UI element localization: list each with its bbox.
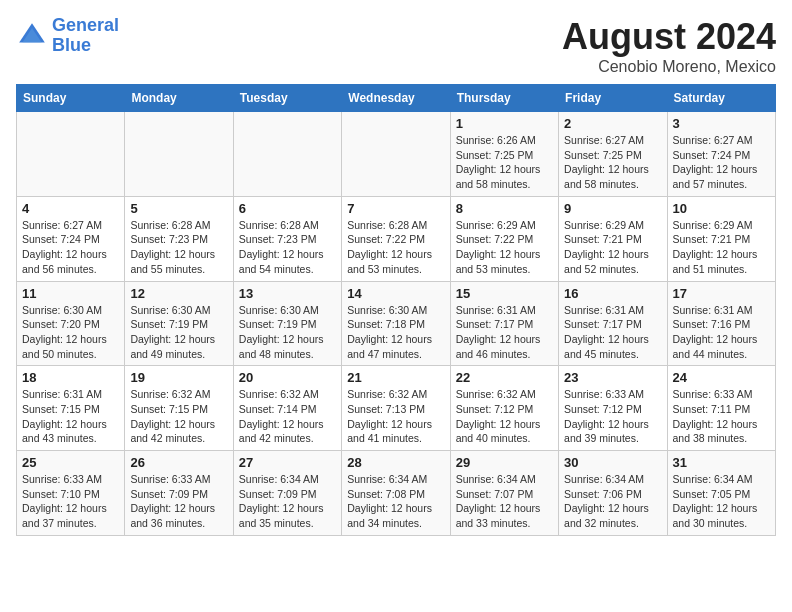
day-info: Sunrise: 6:29 AMSunset: 7:21 PMDaylight:… [673,218,770,277]
day-info: Sunrise: 6:33 AMSunset: 7:11 PMDaylight:… [673,387,770,446]
day-info: Sunrise: 6:29 AMSunset: 7:22 PMDaylight:… [456,218,553,277]
logo-blue: Blue [52,35,91,55]
day-info: Sunrise: 6:33 AMSunset: 7:09 PMDaylight:… [130,472,227,531]
page-subtitle: Cenobio Moreno, Mexico [562,58,776,76]
day-info: Sunrise: 6:27 AMSunset: 7:25 PMDaylight:… [564,133,661,192]
calendar-cell [125,112,233,197]
day-header-friday: Friday [559,85,667,112]
day-info: Sunrise: 6:28 AMSunset: 7:23 PMDaylight:… [239,218,336,277]
day-number: 1 [456,116,553,131]
calendar-cell: 31Sunrise: 6:34 AMSunset: 7:05 PMDayligh… [667,451,775,536]
day-number: 20 [239,370,336,385]
title-block: August 2024 Cenobio Moreno, Mexico [562,16,776,76]
day-info: Sunrise: 6:32 AMSunset: 7:13 PMDaylight:… [347,387,444,446]
calendar-body: 1Sunrise: 6:26 AMSunset: 7:25 PMDaylight… [17,112,776,536]
day-info: Sunrise: 6:32 AMSunset: 7:15 PMDaylight:… [130,387,227,446]
day-number: 18 [22,370,119,385]
day-info: Sunrise: 6:31 AMSunset: 7:16 PMDaylight:… [673,303,770,362]
calendar-header-row: SundayMondayTuesdayWednesdayThursdayFrid… [17,85,776,112]
calendar-cell: 22Sunrise: 6:32 AMSunset: 7:12 PMDayligh… [450,366,558,451]
day-info: Sunrise: 6:31 AMSunset: 7:17 PMDaylight:… [456,303,553,362]
calendar-cell: 25Sunrise: 6:33 AMSunset: 7:10 PMDayligh… [17,451,125,536]
day-number: 14 [347,286,444,301]
day-number: 8 [456,201,553,216]
calendar-cell: 4Sunrise: 6:27 AMSunset: 7:24 PMDaylight… [17,196,125,281]
calendar-cell: 23Sunrise: 6:33 AMSunset: 7:12 PMDayligh… [559,366,667,451]
calendar-cell: 2Sunrise: 6:27 AMSunset: 7:25 PMDaylight… [559,112,667,197]
day-number: 21 [347,370,444,385]
calendar-cell: 30Sunrise: 6:34 AMSunset: 7:06 PMDayligh… [559,451,667,536]
day-info: Sunrise: 6:30 AMSunset: 7:18 PMDaylight:… [347,303,444,362]
day-info: Sunrise: 6:32 AMSunset: 7:14 PMDaylight:… [239,387,336,446]
day-number: 30 [564,455,661,470]
calendar-cell: 13Sunrise: 6:30 AMSunset: 7:19 PMDayligh… [233,281,341,366]
day-info: Sunrise: 6:30 AMSunset: 7:19 PMDaylight:… [239,303,336,362]
day-number: 7 [347,201,444,216]
day-number: 22 [456,370,553,385]
calendar-cell: 29Sunrise: 6:34 AMSunset: 7:07 PMDayligh… [450,451,558,536]
calendar-week-row: 25Sunrise: 6:33 AMSunset: 7:10 PMDayligh… [17,451,776,536]
calendar-cell: 3Sunrise: 6:27 AMSunset: 7:24 PMDaylight… [667,112,775,197]
day-info: Sunrise: 6:33 AMSunset: 7:10 PMDaylight:… [22,472,119,531]
calendar-cell: 1Sunrise: 6:26 AMSunset: 7:25 PMDaylight… [450,112,558,197]
calendar-cell: 8Sunrise: 6:29 AMSunset: 7:22 PMDaylight… [450,196,558,281]
day-number: 28 [347,455,444,470]
calendar-cell: 21Sunrise: 6:32 AMSunset: 7:13 PMDayligh… [342,366,450,451]
calendar-cell: 5Sunrise: 6:28 AMSunset: 7:23 PMDaylight… [125,196,233,281]
calendar-cell: 6Sunrise: 6:28 AMSunset: 7:23 PMDaylight… [233,196,341,281]
day-info: Sunrise: 6:32 AMSunset: 7:12 PMDaylight:… [456,387,553,446]
day-info: Sunrise: 6:31 AMSunset: 7:15 PMDaylight:… [22,387,119,446]
day-info: Sunrise: 6:27 AMSunset: 7:24 PMDaylight:… [22,218,119,277]
day-info: Sunrise: 6:30 AMSunset: 7:19 PMDaylight:… [130,303,227,362]
calendar-cell: 9Sunrise: 6:29 AMSunset: 7:21 PMDaylight… [559,196,667,281]
day-number: 26 [130,455,227,470]
logo-general: General [52,15,119,35]
day-info: Sunrise: 6:33 AMSunset: 7:12 PMDaylight:… [564,387,661,446]
day-header-saturday: Saturday [667,85,775,112]
day-info: Sunrise: 6:28 AMSunset: 7:22 PMDaylight:… [347,218,444,277]
day-number: 31 [673,455,770,470]
day-header-sunday: Sunday [17,85,125,112]
day-number: 15 [456,286,553,301]
day-number: 27 [239,455,336,470]
day-info: Sunrise: 6:34 AMSunset: 7:07 PMDaylight:… [456,472,553,531]
day-number: 12 [130,286,227,301]
day-number: 29 [456,455,553,470]
calendar-cell [17,112,125,197]
day-number: 13 [239,286,336,301]
day-number: 5 [130,201,227,216]
calendar-cell [233,112,341,197]
calendar-cell: 7Sunrise: 6:28 AMSunset: 7:22 PMDaylight… [342,196,450,281]
calendar-table: SundayMondayTuesdayWednesdayThursdayFrid… [16,84,776,536]
day-number: 2 [564,116,661,131]
day-number: 19 [130,370,227,385]
page-header: General Blue August 2024 Cenobio Moreno,… [16,16,776,76]
day-number: 23 [564,370,661,385]
day-info: Sunrise: 6:34 AMSunset: 7:06 PMDaylight:… [564,472,661,531]
day-number: 6 [239,201,336,216]
calendar-week-row: 4Sunrise: 6:27 AMSunset: 7:24 PMDaylight… [17,196,776,281]
calendar-cell: 24Sunrise: 6:33 AMSunset: 7:11 PMDayligh… [667,366,775,451]
calendar-cell: 10Sunrise: 6:29 AMSunset: 7:21 PMDayligh… [667,196,775,281]
day-number: 11 [22,286,119,301]
calendar-cell: 15Sunrise: 6:31 AMSunset: 7:17 PMDayligh… [450,281,558,366]
day-number: 3 [673,116,770,131]
day-info: Sunrise: 6:34 AMSunset: 7:08 PMDaylight:… [347,472,444,531]
day-number: 25 [22,455,119,470]
day-info: Sunrise: 6:26 AMSunset: 7:25 PMDaylight:… [456,133,553,192]
calendar-week-row: 18Sunrise: 6:31 AMSunset: 7:15 PMDayligh… [17,366,776,451]
calendar-cell: 19Sunrise: 6:32 AMSunset: 7:15 PMDayligh… [125,366,233,451]
day-info: Sunrise: 6:27 AMSunset: 7:24 PMDaylight:… [673,133,770,192]
day-number: 9 [564,201,661,216]
day-number: 10 [673,201,770,216]
calendar-week-row: 11Sunrise: 6:30 AMSunset: 7:20 PMDayligh… [17,281,776,366]
day-header-monday: Monday [125,85,233,112]
calendar-week-row: 1Sunrise: 6:26 AMSunset: 7:25 PMDaylight… [17,112,776,197]
day-info: Sunrise: 6:30 AMSunset: 7:20 PMDaylight:… [22,303,119,362]
day-info: Sunrise: 6:28 AMSunset: 7:23 PMDaylight:… [130,218,227,277]
calendar-cell: 12Sunrise: 6:30 AMSunset: 7:19 PMDayligh… [125,281,233,366]
calendar-cell: 11Sunrise: 6:30 AMSunset: 7:20 PMDayligh… [17,281,125,366]
day-header-thursday: Thursday [450,85,558,112]
calendar-cell: 16Sunrise: 6:31 AMSunset: 7:17 PMDayligh… [559,281,667,366]
day-number: 16 [564,286,661,301]
